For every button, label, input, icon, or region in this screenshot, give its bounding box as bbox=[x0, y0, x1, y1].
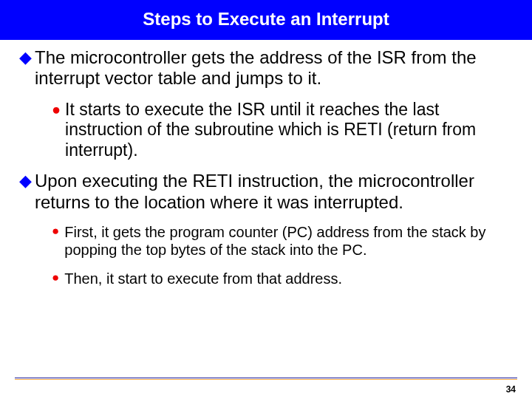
circle-bullet-icon: ● bbox=[52, 223, 59, 259]
bullet-text: Upon executing the RETI instruction, the… bbox=[35, 171, 513, 213]
footer-divider bbox=[15, 378, 517, 378]
bullet-level3: ● Then, it start to execute from that ad… bbox=[52, 270, 513, 287]
bullet-text: It starts to execute the ISR until it re… bbox=[65, 100, 513, 161]
diamond-bullet-icon: ◆ bbox=[19, 47, 32, 89]
bullet-level1: ◆ Upon executing the RETI instruction, t… bbox=[19, 171, 513, 213]
bullet-text: Then, it start to execute from that addr… bbox=[64, 270, 342, 287]
bullet-level2: ● It starts to execute the ISR until it … bbox=[52, 100, 513, 161]
bullet-level1: ◆ The microcontroller gets the address o… bbox=[19, 47, 513, 89]
circle-bullet-icon: ● bbox=[52, 100, 61, 161]
slide-title: Steps to Execute an Interrupt bbox=[0, 0, 532, 40]
diamond-bullet-icon: ◆ bbox=[19, 171, 32, 213]
bullet-text: The microcontroller gets the address of … bbox=[35, 47, 513, 89]
bullet-text: First, it gets the program counter (PC) … bbox=[64, 223, 513, 259]
slide: Steps to Execute an Interrupt ◆ The micr… bbox=[0, 0, 532, 399]
bullet-level3: ● First, it gets the program counter (PC… bbox=[52, 223, 513, 259]
page-number: 34 bbox=[506, 384, 516, 395]
footer-divider-accent bbox=[15, 379, 517, 380]
circle-bullet-icon: ● bbox=[52, 270, 59, 287]
slide-content: ◆ The microcontroller gets the address o… bbox=[0, 40, 532, 287]
